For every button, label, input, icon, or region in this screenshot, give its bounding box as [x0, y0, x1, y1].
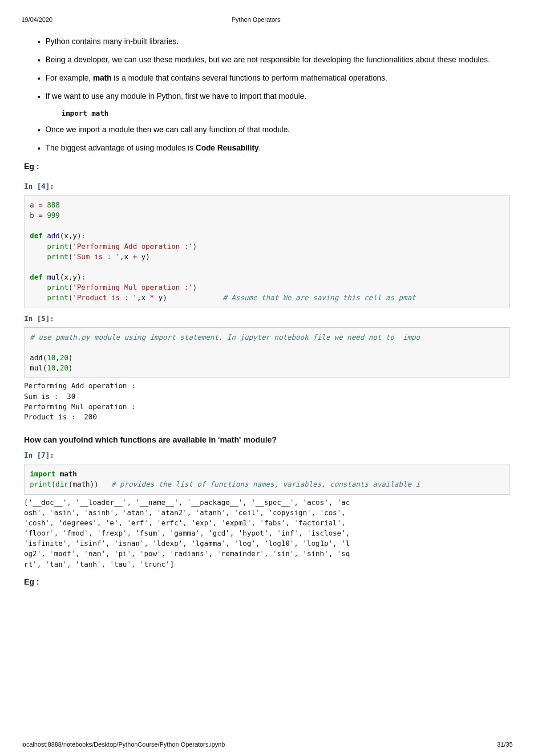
import-code-line: import math [61, 109, 510, 118]
var-name: b [30, 211, 34, 219]
print-builtin: print [47, 293, 69, 302]
func-args: (x,y) [60, 273, 81, 281]
code-cell-5[interactable]: # use pmath.py module using import state… [24, 327, 510, 378]
operator-plus: + [133, 252, 137, 261]
print-builtin: print [47, 242, 69, 251]
module-name: math [60, 470, 77, 478]
colon: : [81, 273, 86, 281]
func-name: add [47, 232, 60, 240]
list-item: Once we import a module then we can call… [45, 124, 510, 136]
post-import-bullets: Once we import a module then we can call… [24, 124, 510, 154]
cell-7-output: ['__doc__', '__loader__', '__name__', '_… [24, 497, 510, 569]
var-ref: x [141, 293, 146, 302]
number-literal: 20 [60, 354, 68, 362]
number-literal: 10 [47, 364, 56, 372]
code-cell-7[interactable]: import math print(dir(math)) # provides … [24, 464, 510, 494]
bullet-bold-math: math [93, 73, 112, 82]
var-ref: y [158, 293, 163, 302]
dir-builtin: dir [56, 480, 69, 488]
code-comment: # use pmath.py module using import state… [30, 333, 420, 341]
string-literal: 'Product is : ' [73, 293, 137, 302]
string-literal: 'Sum is : ' [73, 252, 120, 261]
number-literal: 999 [47, 211, 60, 219]
code-comment: # Assume that We are saving this cell as… [223, 293, 416, 302]
string-literal: 'Performing Add operation :' [73, 242, 193, 251]
heading-how-find: How can youfoind which functions are ava… [24, 435, 510, 445]
operator-equals: = [38, 211, 43, 219]
cell-5-output: Performing Add operation : Sum is : 30 P… [24, 381, 510, 422]
def-keyword: def [30, 232, 43, 240]
bullet-text: For example, [45, 73, 93, 82]
colon: : [81, 232, 86, 240]
example-label: Eg : [24, 162, 510, 171]
cell-prompt: In [4]: [24, 182, 510, 191]
footer-url: localhost:8888/notebooks/Desktop/PythonC… [21, 741, 225, 748]
list-item: Python contains many in-built libraries. [45, 36, 510, 48]
bullet-bold-reuse: Code Reusability [196, 143, 259, 152]
list-item: Being a developer, we can use these modu… [45, 54, 510, 66]
list-item: If we want to use any module in Python, … [45, 90, 510, 102]
content-body: Python contains many in-built libraries.… [21, 36, 513, 587]
intro-bullets: Python contains many in-built libraries.… [24, 36, 510, 103]
code-comment: # provides the list of functions names, … [111, 480, 420, 488]
operator-equals: = [38, 201, 43, 209]
bullet-text: is a module that contains several functi… [112, 73, 388, 82]
header-date: 19/04/2020 [21, 16, 53, 23]
print-builtin: print [47, 252, 69, 261]
def-keyword: def [30, 273, 43, 281]
import-keyword: import [30, 470, 56, 478]
header-title: Python Operators [53, 16, 459, 23]
var-ref: x [124, 252, 129, 261]
string-literal: 'Performing Mul operation :' [73, 283, 193, 292]
operator-star: * [150, 293, 154, 302]
func-args: (x,y) [60, 232, 81, 240]
call-name: mul [30, 364, 43, 372]
footer-page-number: 31/35 [497, 741, 513, 748]
var-ref: y [142, 252, 146, 261]
page-footer: localhost:8888/notebooks/Desktop/PythonC… [21, 741, 513, 748]
number-literal: 20 [60, 364, 68, 372]
code-cell-4[interactable]: a = 888 b = 999 def add(x,y): print('Per… [24, 195, 510, 308]
list-item: For example, math is a module that conta… [45, 72, 510, 84]
list-item: The biggest advantage of using modules i… [45, 142, 510, 154]
cell-prompt: In [7]: [24, 451, 510, 459]
print-builtin: print [47, 283, 69, 292]
bullet-text: The biggest advantage of using modules i… [45, 143, 196, 152]
var-name: a [30, 201, 34, 209]
func-name: mul [47, 273, 60, 281]
header-spacer [459, 16, 513, 23]
number-literal: 10 [47, 354, 56, 362]
bullet-text: . [259, 143, 261, 152]
print-builtin: print [30, 480, 51, 488]
number-literal: 888 [47, 201, 60, 209]
page-header: 19/04/2020 Python Operators [21, 16, 513, 23]
cell-prompt: In [5]: [24, 314, 510, 323]
call-name: add [30, 354, 43, 362]
example-label-2: Eg : [24, 577, 510, 587]
dir-arg: math [73, 480, 90, 488]
